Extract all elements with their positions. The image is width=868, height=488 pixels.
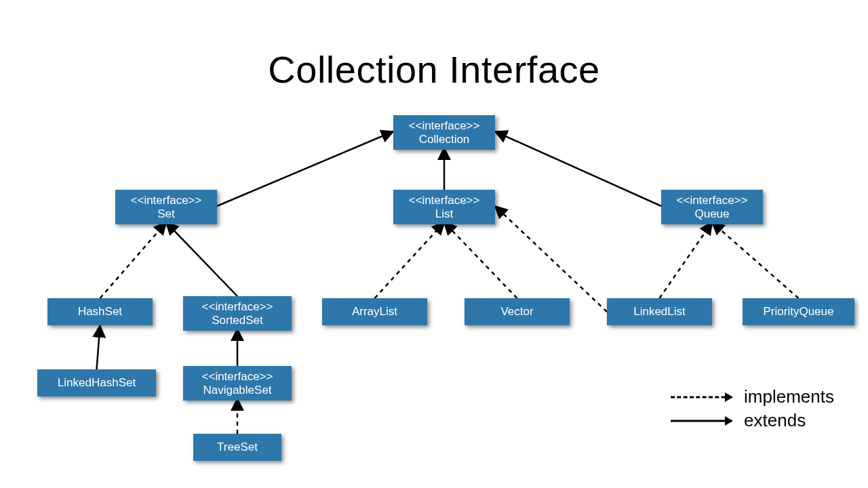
node-treeset: TreeSet <box>193 434 281 461</box>
node-vector: Vector <box>465 298 570 325</box>
node-linkedlist: LinkedList <box>607 298 712 325</box>
legend-extends: extends <box>671 410 834 431</box>
node-sortedset: <<interface>>SortedSet <box>183 296 292 331</box>
node-set: <<interface>>Set <box>115 190 217 224</box>
edge-queue-to-collection <box>495 131 661 206</box>
edge-hashset-to-set <box>100 222 167 298</box>
node-hashset: HashSet <box>47 298 153 325</box>
node-navigableset: <<interface>>NavigableSet <box>183 366 292 401</box>
edge-linkedlist-to-queue <box>660 222 713 298</box>
edge-linkedlist-to-list <box>495 206 607 312</box>
edge-sortedset-to-set <box>166 222 237 296</box>
diagram-title: Collection Interface <box>0 47 868 92</box>
edge-arraylist-to-list <box>375 222 445 298</box>
node-linkedhashset: LinkedHashSet <box>37 369 156 396</box>
edge-set-to-collection <box>217 131 393 206</box>
legend-implements-label: implements <box>744 386 834 407</box>
legend: implements extends <box>671 384 834 434</box>
diagram-stage: Collection Interface <<interface>>Collec… <box>0 0 868 488</box>
node-collection: <<interface>>Collection <box>393 115 495 150</box>
legend-extends-label: extends <box>744 410 806 431</box>
node-priorityqueue: PriorityQueue <box>743 298 854 325</box>
node-list: <<interface>>List <box>393 190 495 224</box>
edge-priorityqueue-to-queue <box>712 222 799 298</box>
edge-vector-to-list <box>444 222 517 298</box>
edge-linkedhashset-to-hashset <box>97 325 100 369</box>
node-queue: <<interface>>Queue <box>661 190 763 224</box>
node-arraylist: ArrayList <box>322 298 427 325</box>
legend-implements: implements <box>671 386 834 407</box>
